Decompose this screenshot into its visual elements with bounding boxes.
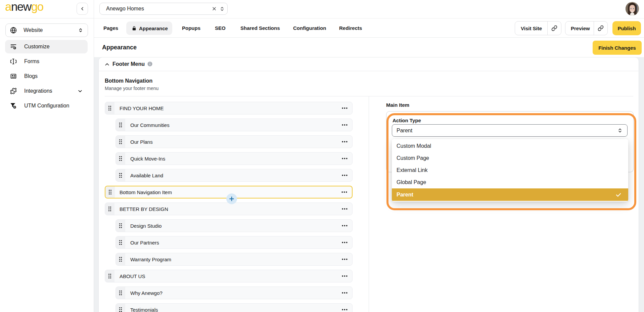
svg-text:$: $ — [14, 106, 15, 108]
